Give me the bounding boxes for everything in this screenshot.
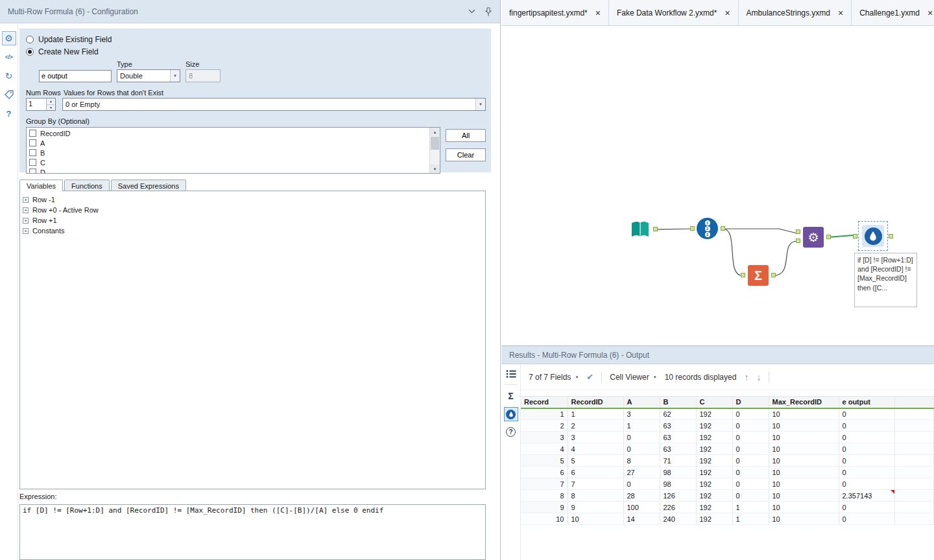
- table-cell[interactable]: 0: [839, 455, 894, 467]
- input-anchor-icon[interactable]: Σ: [508, 391, 513, 401]
- spin-up-icon[interactable]: ▲: [47, 99, 55, 105]
- scroll-up-icon[interactable]: ▲: [430, 128, 440, 136]
- table-cell[interactable]: 98: [660, 467, 696, 478]
- cell-viewer-dropdown[interactable]: Cell Viewer ▼: [610, 373, 656, 382]
- num-rows-stepper[interactable]: 1 ▲ ▼: [26, 98, 56, 111]
- table-row[interactable]: 88281261920102.357143: [521, 490, 934, 502]
- table-cell[interactable]: 0: [732, 420, 769, 432]
- table-row[interactable]: 558711920100: [521, 455, 934, 467]
- column-header[interactable]: A: [623, 397, 660, 408]
- row-number-cell[interactable]: 6: [521, 467, 568, 478]
- input-anchor[interactable]: [741, 273, 745, 277]
- table-cell[interactable]: 10: [769, 490, 839, 502]
- multi-row-formula-tool[interactable]: [858, 221, 888, 251]
- table-cell[interactable]: 0: [732, 443, 769, 455]
- row-number-cell[interactable]: 1: [521, 408, 568, 420]
- table-cell[interactable]: 10: [769, 478, 839, 490]
- table-cell[interactable]: 0: [839, 478, 894, 490]
- close-icon[interactable]: ×: [595, 8, 601, 18]
- table-cell[interactable]: 1: [568, 408, 623, 420]
- table-cell[interactable]: 192: [696, 502, 732, 513]
- table-cell[interactable]: 192: [696, 467, 732, 478]
- radio-icon[interactable]: [26, 36, 34, 43]
- expand-icon[interactable]: +: [23, 218, 29, 224]
- radio-update-existing[interactable]: Update Existing Field: [26, 35, 486, 44]
- table-cell[interactable]: 192: [696, 420, 732, 432]
- output-anchor[interactable]: [721, 226, 725, 231]
- input-data-tool[interactable]: [629, 218, 651, 240]
- table-cell[interactable]: 10: [769, 502, 839, 513]
- expand-icon[interactable]: +: [23, 197, 29, 203]
- table-cell[interactable]: 62: [660, 408, 696, 420]
- checkbox-icon[interactable]: [29, 159, 36, 166]
- pin-icon[interactable]: [485, 7, 492, 16]
- row-number-cell[interactable]: 2: [521, 420, 568, 432]
- table-cell[interactable]: 0: [732, 490, 769, 502]
- output-anchor[interactable]: [826, 235, 831, 239]
- table-cell[interactable]: 0: [732, 467, 769, 478]
- table-cell[interactable]: 14: [623, 513, 660, 525]
- help-icon[interactable]: ?: [2, 106, 16, 121]
- table-cell[interactable]: 1: [732, 513, 769, 525]
- row-number-cell[interactable]: 10: [521, 513, 568, 525]
- values-dropdown[interactable]: 0 or Empty ▼: [62, 98, 486, 111]
- checkbox-icon[interactable]: [29, 149, 36, 156]
- tag-icon[interactable]: [2, 88, 16, 102]
- table-cell[interactable]: 0: [839, 408, 894, 420]
- column-header[interactable]: RecordID: [568, 397, 623, 408]
- table-cell[interactable]: 0: [839, 467, 894, 478]
- table-cell[interactable]: 240: [660, 513, 696, 525]
- row-number-cell[interactable]: 5: [521, 455, 568, 467]
- group-by-list[interactable]: RecordIDABCD ▲ ▼: [26, 127, 440, 174]
- group-by-item[interactable]: B: [27, 148, 429, 158]
- output-anchor[interactable]: [653, 227, 658, 231]
- chevron-down-icon[interactable]: [468, 9, 475, 14]
- table-row[interactable]: 770981920100: [521, 478, 934, 490]
- document-tab[interactable]: fingertipsapitest.yxmd*×: [501, 0, 609, 25]
- expression-editor[interactable]: if [D] != [Row+1:D] and [RecordID] != [M…: [19, 504, 486, 560]
- table-cell[interactable]: 0: [623, 443, 660, 455]
- table-cell[interactable]: 126: [660, 490, 696, 502]
- table-row[interactable]: 113621920100: [521, 408, 934, 420]
- column-header[interactable]: e output: [839, 397, 894, 408]
- table-cell[interactable]: 0: [623, 432, 660, 443]
- record-id-tool[interactable]: 123: [697, 218, 719, 240]
- input-anchor-top[interactable]: [796, 229, 800, 234]
- input-anchor[interactable]: [853, 234, 857, 239]
- spin-down-icon[interactable]: ▼: [47, 105, 55, 111]
- scroll-down-icon[interactable]: ▼: [430, 165, 440, 173]
- table-cell[interactable]: 192: [696, 478, 732, 490]
- table-cell[interactable]: 10: [769, 432, 839, 443]
- table-cell[interactable]: 4: [568, 443, 623, 455]
- table-cell[interactable]: 192: [696, 455, 732, 467]
- apply-check-icon[interactable]: ✔: [586, 372, 593, 382]
- tree-item[interactable]: +Constants: [23, 226, 483, 236]
- close-icon[interactable]: ×: [724, 8, 730, 18]
- tab-variables[interactable]: Variables: [19, 180, 63, 191]
- output-anchor[interactable]: [771, 273, 776, 277]
- gear-icon[interactable]: ⚙: [2, 31, 16, 45]
- output-anchor[interactable]: [889, 234, 893, 239]
- table-cell[interactable]: 192: [696, 432, 732, 443]
- table-cell[interactable]: 5: [568, 455, 623, 467]
- table-cell[interactable]: 63: [660, 432, 696, 443]
- document-tab[interactable]: Challenge1.yxmd×: [852, 0, 934, 25]
- table-cell[interactable]: 100: [623, 502, 660, 513]
- table-cell[interactable]: 10: [769, 513, 839, 525]
- refresh-icon[interactable]: ↻: [2, 69, 16, 83]
- radio-create-new[interactable]: Create New Field: [26, 47, 486, 56]
- table-cell[interactable]: 0: [839, 502, 894, 513]
- input-anchor[interactable]: [690, 226, 695, 231]
- table-cell[interactable]: 63: [660, 443, 696, 455]
- document-tab[interactable]: AmbulanceStrings.yxmd×: [739, 0, 852, 25]
- input-anchor-bottom[interactable]: [796, 239, 800, 243]
- down-arrow-icon[interactable]: ↓: [756, 372, 761, 382]
- table-cell[interactable]: 8: [623, 455, 660, 467]
- table-cell[interactable]: 9: [568, 502, 623, 513]
- row-number-cell[interactable]: 9: [521, 502, 568, 513]
- table-cell[interactable]: 27: [623, 467, 660, 478]
- column-header[interactable]: D: [732, 397, 769, 408]
- checkbox-icon[interactable]: [29, 130, 36, 137]
- table-cell[interactable]: 10: [769, 443, 839, 455]
- table-cell[interactable]: 0: [839, 443, 894, 455]
